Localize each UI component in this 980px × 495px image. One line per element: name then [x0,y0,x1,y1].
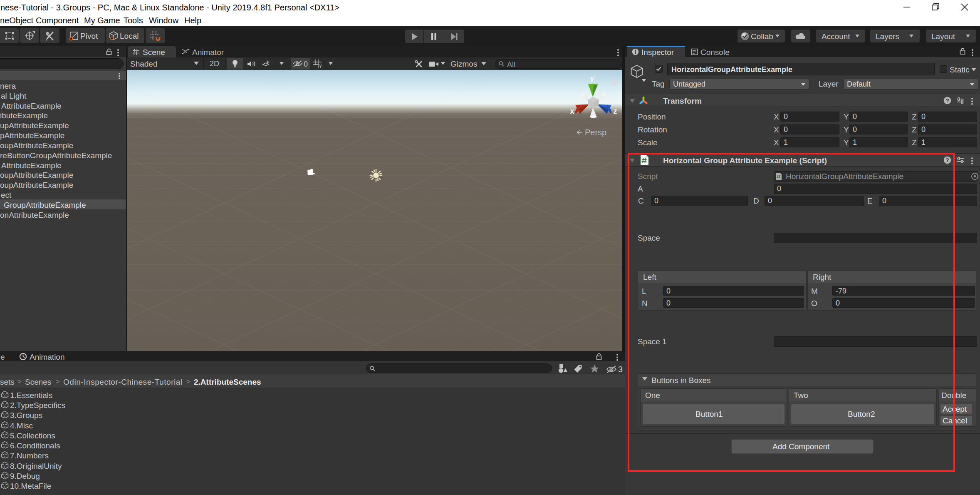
svg-text:z: z [614,107,617,115]
svg-text:?: ? [946,97,949,104]
svg-text:Persp: Persp [585,128,606,137]
svg-text:Y: Y [319,64,322,68]
svg-text:y: y [590,74,594,82]
svg-text:x: x [570,107,574,115]
